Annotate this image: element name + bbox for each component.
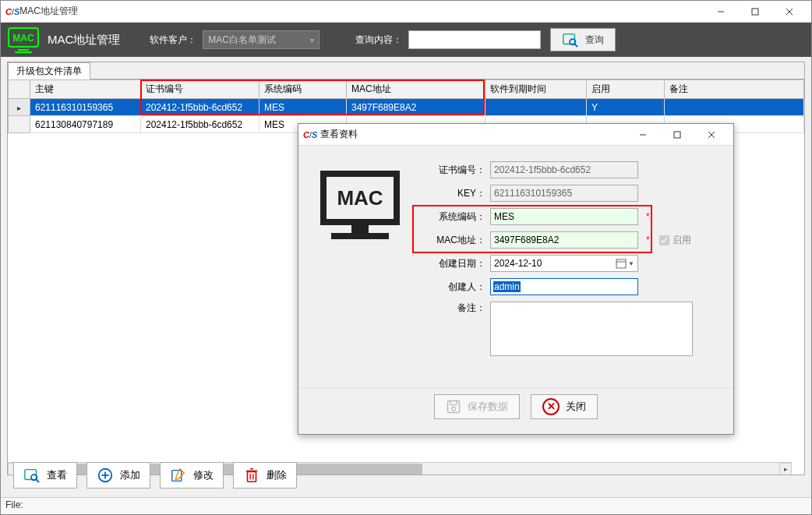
mac-monitor-icon: MAC	[309, 161, 411, 379]
cell-key[interactable]: 621116310159365	[30, 99, 141, 116]
svg-rect-24	[674, 132, 680, 138]
chevron-down-icon: ▾	[310, 36, 314, 44]
view-icon	[23, 467, 41, 484]
enabled-checkbox[interactable]: 启用	[659, 234, 691, 247]
cell-cert-no[interactable]: 202412-1f5bbb-6cd652	[141, 99, 259, 116]
svg-text:MAC: MAC	[12, 33, 34, 44]
save-icon	[446, 399, 461, 414]
dialog-form: 证书编号： KEY： 系统编码： * MAC地址： * 启用 创建日期：	[418, 161, 722, 379]
svg-line-10	[575, 44, 578, 48]
mac-logo-icon: MAC	[7, 26, 40, 53]
dialog-body: MAC 证书编号： KEY： 系统编码： * MAC地址： *	[298, 146, 733, 387]
maximize-button[interactable]	[738, 2, 772, 22]
toolbar: MAC MAC地址管理 软件客户： MAC白名单测试 ▾ 查询内容： 查询	[1, 23, 811, 57]
titlebar: C/S MAC地址管理	[1, 1, 811, 23]
tab-upgrade-list[interactable]: 升级包文件清单	[8, 62, 90, 79]
dialog-maximize-button[interactable]	[660, 125, 694, 145]
save-button[interactable]: 保存数据	[434, 394, 520, 419]
dialog-titlebar: C/S 查看资料	[298, 124, 733, 146]
sys-code-field[interactable]	[490, 208, 638, 225]
col-remark[interactable]: 备注	[665, 80, 804, 99]
close-circle-icon: ✕	[542, 398, 560, 415]
client-value: MAC白名单测试	[208, 34, 276, 47]
col-cert-no[interactable]: 证书编号	[141, 80, 259, 99]
dialog-title: 查看资料	[320, 128, 626, 141]
svg-rect-29	[351, 222, 369, 233]
page-title: MAC地址管理	[48, 33, 120, 48]
cert-no-field[interactable]	[490, 161, 638, 178]
statusbar: File:	[1, 497, 811, 514]
required-star: *	[646, 211, 650, 222]
add-button[interactable]: 添加	[86, 462, 150, 489]
dialog-minimize-button[interactable]	[626, 125, 660, 145]
dialog-footer: 保存数据 ✕ 关闭	[298, 387, 733, 425]
calendar-icon: ▼	[616, 258, 634, 269]
client-label: 软件客户：	[150, 34, 196, 47]
mac-field[interactable]	[490, 231, 638, 249]
col-enabled[interactable]: 启用	[587, 80, 665, 99]
cell-key[interactable]: 621130840797189	[30, 116, 141, 133]
col-key[interactable]: 主键	[30, 80, 141, 99]
bottom-toolbar: 查看 添加 修改 删除	[13, 458, 799, 492]
app-icon: C/S	[303, 129, 317, 140]
row-indicator	[9, 99, 30, 116]
search-icon	[562, 31, 579, 48]
table-row[interactable]: 621116310159365 202412-1f5bbb-6cd652 MES…	[9, 99, 804, 116]
cell-mac-addr[interactable]: 3497F689E8A2	[347, 99, 485, 116]
svg-text:MAC: MAC	[337, 186, 383, 210]
create-date-field[interactable]: 2024-12-10 ▼	[490, 255, 638, 272]
remark-field[interactable]	[490, 302, 693, 356]
dialog-controls	[626, 125, 729, 145]
svg-rect-30	[331, 233, 389, 239]
col-sys-code[interactable]: 系统编码	[259, 80, 347, 99]
query-button[interactable]: 查询	[550, 28, 616, 51]
sys-code-label: 系统编码：	[418, 210, 485, 224]
cell-expire[interactable]	[485, 99, 587, 116]
svg-rect-18	[248, 471, 256, 481]
close-button[interactable]	[772, 2, 807, 22]
creator-field[interactable]: admin	[490, 278, 638, 295]
col-expire[interactable]: 软件到期时间	[485, 80, 587, 99]
search-label: 查询内容：	[355, 34, 402, 47]
row-indicator	[9, 116, 30, 133]
remark-label: 备注：	[418, 302, 485, 315]
tab-strip: 升级包文件清单	[8, 62, 804, 79]
svg-line-13	[37, 480, 40, 483]
plus-circle-icon	[97, 467, 114, 484]
close-dialog-button[interactable]: ✕ 关闭	[531, 394, 598, 419]
required-star: *	[646, 235, 650, 245]
window-controls	[704, 2, 807, 22]
minimize-button[interactable]	[704, 2, 738, 22]
cell-sys-code[interactable]: MES	[259, 99, 347, 116]
app-icon: C/S	[5, 6, 19, 17]
col-rowhead	[9, 80, 30, 99]
cell-remark[interactable]	[665, 99, 804, 116]
cell-cert-no[interactable]: 202412-1f5bbb-6cd652	[141, 116, 259, 133]
edit-icon	[170, 467, 187, 484]
key-field[interactable]	[490, 185, 638, 202]
create-date-label: 创建日期：	[418, 257, 485, 270]
search-input[interactable]	[408, 30, 541, 49]
creator-label: 创建人：	[418, 280, 485, 294]
window-title: MAC地址管理	[19, 5, 704, 18]
trash-icon	[243, 467, 260, 484]
col-mac-addr[interactable]: MAC地址	[347, 80, 485, 99]
view-dialog: C/S 查看资料 MAC 证书编号： KEY：	[298, 123, 734, 435]
mac-label: MAC地址：	[418, 234, 485, 247]
key-label: KEY：	[418, 187, 485, 200]
svg-point-35	[452, 407, 456, 411]
delete-button[interactable]: 删除	[233, 462, 297, 489]
view-button[interactable]: 查看	[13, 462, 77, 489]
cell-enabled[interactable]: Y	[587, 99, 665, 116]
cert-no-label: 证书编号：	[418, 164, 485, 177]
status-file-label: File:	[5, 499, 23, 510]
edit-button[interactable]: 修改	[160, 462, 224, 489]
svg-rect-1	[752, 9, 758, 15]
client-dropdown[interactable]: MAC白名单测试 ▾	[203, 30, 320, 49]
svg-rect-31	[616, 259, 626, 268]
dialog-close-button[interactable]	[694, 125, 729, 145]
